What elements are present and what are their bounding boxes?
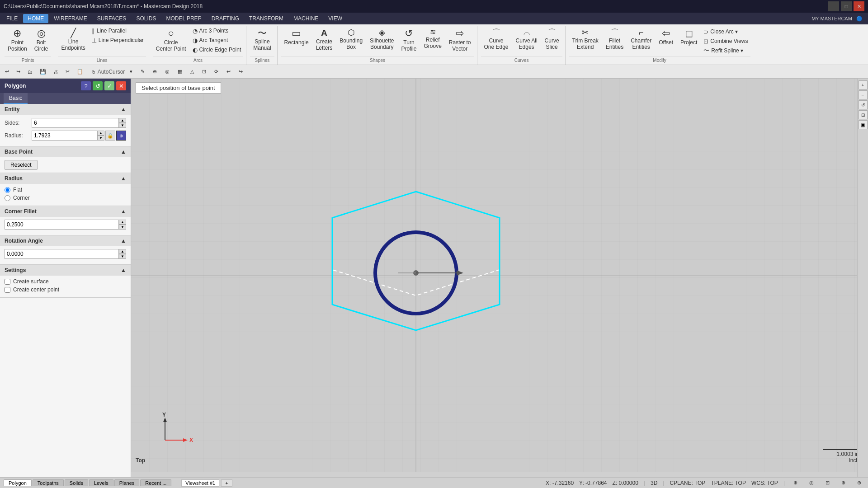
ribbon-btn-line-parallel[interactable]: ∥ Line Parallel xyxy=(90,26,146,35)
sec-btn-2[interactable]: ↪ xyxy=(13,67,24,76)
ribbon-btn-trim-break[interactable]: ✂ Trim BreakExtend xyxy=(569,26,602,52)
entity-section-header[interactable]: Entity ▲ xyxy=(0,104,131,115)
sides-input[interactable] xyxy=(32,118,119,128)
status-tab-polygon[interactable]: Polygon xyxy=(4,479,32,486)
viewsheet-tab-add[interactable]: + xyxy=(221,479,232,487)
autocursor-btn-4[interactable]: ◎ xyxy=(162,67,173,76)
status-tab-recent[interactable]: Recent ... xyxy=(140,479,171,486)
close-button[interactable]: ✕ xyxy=(854,1,864,11)
right-tool-2[interactable]: − xyxy=(859,90,868,99)
right-tool-3[interactable]: ↺ xyxy=(859,100,868,109)
menu-surfaces[interactable]: SURFACES xyxy=(93,14,131,23)
ribbon-btn-refit-spline[interactable]: 〜 Refit Spline ▾ xyxy=(701,46,750,55)
settings-header[interactable]: Settings ▲ xyxy=(0,265,131,276)
panel-check-button[interactable]: ✓ xyxy=(104,81,114,90)
radius-type-header[interactable]: Radius ▲ xyxy=(0,173,131,184)
status-icon-3[interactable]: ⊡ xyxy=(822,479,833,487)
sides-spin-down[interactable]: ▼ xyxy=(119,123,126,128)
status-tab-toolpaths[interactable]: Toolpaths xyxy=(33,479,64,486)
autocursor-btn-5[interactable]: ▦ xyxy=(175,67,185,76)
right-tool-1[interactable]: + xyxy=(859,80,868,89)
ribbon-btn-curve-all-edges[interactable]: ⌓ Curve AllEdges xyxy=(513,26,541,52)
status-icon-5[interactable]: ⊕ xyxy=(854,479,864,487)
ribbon-btn-fillet[interactable]: ⌒ FilletEntities xyxy=(603,26,627,52)
ribbon-btn-curve-one-edge[interactable]: ⌒ CurveOne Edge xyxy=(481,26,512,52)
right-tool-4[interactable]: ⊡ xyxy=(859,110,868,119)
menu-view[interactable]: VIEW xyxy=(324,14,347,23)
menu-wireframe[interactable]: WIREFRAME xyxy=(49,14,91,23)
right-tool-5[interactable]: ▣ xyxy=(859,120,868,129)
create-surface-checkbox[interactable] xyxy=(5,279,10,285)
ribbon-btn-point-position[interactable]: ⊕ PointPosition xyxy=(5,26,30,52)
rotation-angle-input[interactable] xyxy=(5,249,119,259)
menu-transform[interactable]: TRANSFORM xyxy=(245,14,288,23)
canvas-area[interactable]: Select position of base point xyxy=(131,79,868,477)
sec-btn-1[interactable]: ↩ xyxy=(2,67,12,76)
panel-help-button[interactable]: ? xyxy=(81,81,91,90)
sec-btn-4[interactable]: 💾 xyxy=(37,67,49,76)
viewsheet-tab-1[interactable]: Viewsheet #1 xyxy=(181,479,219,487)
ribbon-btn-create-letters[interactable]: A CreateLetters xyxy=(313,26,336,52)
reselect-button[interactable]: Reselect xyxy=(5,160,38,170)
ribbon-btn-project[interactable]: ◻ Project xyxy=(677,26,700,52)
radius-lock-button[interactable]: 🔒 xyxy=(105,131,115,141)
corner-fillet-spin-down[interactable]: ▼ xyxy=(119,225,126,230)
autocursor-btn-9[interactable]: ↩ xyxy=(223,67,234,76)
sides-spin-up[interactable]: ▲ xyxy=(119,118,126,123)
menu-modelprep[interactable]: MODEL PREP xyxy=(161,14,206,23)
menu-file[interactable]: FILE xyxy=(2,14,22,23)
ribbon-btn-bounding-box[interactable]: ⬡ BoundingBox xyxy=(336,26,366,52)
ribbon-btn-curve-slice[interactable]: ⌒ CurveSlice xyxy=(542,26,562,52)
sec-btn-6[interactable]: ✂ xyxy=(62,67,73,76)
status-icon-2[interactable]: ◎ xyxy=(806,479,817,487)
ribbon-btn-turn-profile[interactable]: ↺ TurnProfile xyxy=(398,26,420,52)
autocursor-btn-7[interactable]: ⊡ xyxy=(199,67,209,76)
ribbon-btn-raster-vector[interactable]: ⇨ Raster toVector xyxy=(446,26,474,52)
ribbon-btn-bolt-circle[interactable]: ◎ BoltCircle xyxy=(31,26,52,52)
ribbon-btn-arc-3-points[interactable]: ◔ Arc 3 Points xyxy=(190,26,244,35)
radius-spin-up[interactable]: ▲ xyxy=(97,131,104,136)
autocursor-btn-8[interactable]: ⟳ xyxy=(211,67,222,76)
flat-radio[interactable] xyxy=(5,187,10,193)
ribbon-btn-combine-views[interactable]: ⊡ Combine Views xyxy=(701,37,750,46)
create-center-point-checkbox[interactable] xyxy=(5,287,10,293)
ribbon-btn-arc-tangent[interactable]: ◑ Arc Tangent xyxy=(190,36,244,45)
autocursor-btn-2[interactable]: ✎ xyxy=(137,67,148,76)
ribbon-btn-circle-edge-point[interactable]: ◐ Circle Edge Point xyxy=(190,45,244,54)
ribbon-btn-line-perpendicular[interactable]: ⊥ Line Perpendicular xyxy=(90,36,146,45)
ribbon-btn-spline-manual[interactable]: 〜 SplineManual xyxy=(250,26,274,52)
autocursor-btn-6[interactable]: △ xyxy=(187,67,197,76)
status-icon-1[interactable]: ⊕ xyxy=(790,479,801,487)
ribbon-btn-circle-center-point[interactable]: ○ CircleCenter Point xyxy=(153,26,189,52)
ribbon-btn-close-arc[interactable]: ⊃ Close Arc ▾ xyxy=(701,27,750,36)
ribbon-btn-rectangle[interactable]: ▭ Rectangle xyxy=(281,26,312,52)
corner-radio[interactable] xyxy=(5,195,10,201)
menu-machine[interactable]: MACHINE xyxy=(289,14,323,23)
base-point-header[interactable]: Base Point ▲ xyxy=(0,146,131,157)
status-tab-levels[interactable]: Levels xyxy=(89,479,113,486)
maximize-button[interactable]: □ xyxy=(841,1,852,11)
panel-close-button[interactable]: ✕ xyxy=(116,81,126,90)
status-icon-4[interactable]: ⊕ xyxy=(838,479,849,487)
corner-fillet-spin-up[interactable]: ▲ xyxy=(119,220,126,225)
minimize-button[interactable]: – xyxy=(828,1,839,11)
radius-fn-button[interactable]: ⊕ xyxy=(116,131,126,141)
ribbon-btn-chamfer[interactable]: ⌐ ChamferEntities xyxy=(627,26,655,52)
menu-home[interactable]: HOME xyxy=(23,14,48,23)
sec-btn-7[interactable]: 📋 xyxy=(74,67,86,76)
ribbon-btn-offset[interactable]: ⇦ Offset xyxy=(656,26,676,52)
sec-btn-3[interactable]: 🗂 xyxy=(24,68,36,76)
ribbon-btn-relief-groove[interactable]: ≋ ReliefGroove xyxy=(420,26,444,52)
ribbon-btn-line-endpoints[interactable]: ╱ LineEndpoints xyxy=(58,26,88,52)
corner-fillet-header[interactable]: Corner Fillet ▲ xyxy=(0,206,131,217)
sec-btn-5[interactable]: 🖨 xyxy=(50,68,61,76)
rotation-angle-spin-down[interactable]: ▼ xyxy=(119,254,126,259)
status-tab-planes[interactable]: Planes xyxy=(114,479,140,486)
autocursor-btn-10[interactable]: ↪ xyxy=(236,67,246,76)
rotation-angle-header[interactable]: Rotation Angle ▲ xyxy=(0,235,131,246)
panel-arrows-button[interactable]: ↺ xyxy=(93,81,103,90)
autocursor-btn-3[interactable]: ⊕ xyxy=(150,67,160,76)
radius-input[interactable] xyxy=(32,131,97,141)
menu-solids[interactable]: SOLIDS xyxy=(132,14,160,23)
ribbon-btn-silhouette[interactable]: ◈ SilhouetteBoundary xyxy=(367,26,397,52)
